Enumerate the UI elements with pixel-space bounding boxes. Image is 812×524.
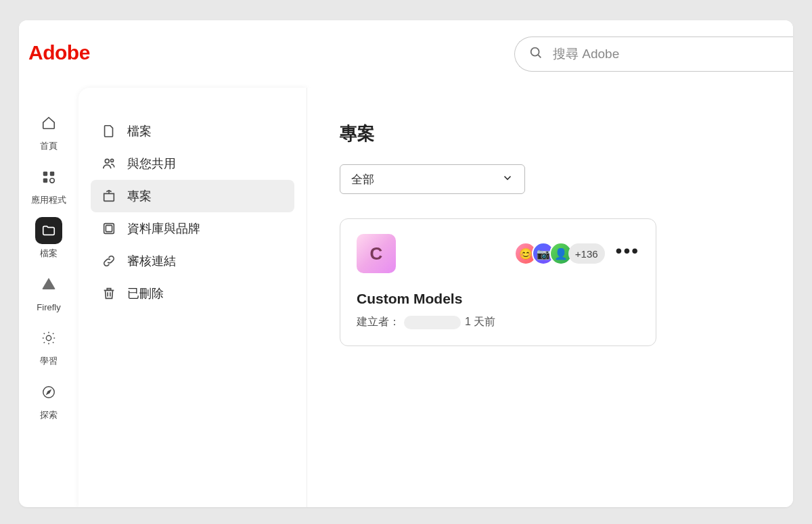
svg-rect-3	[50, 171, 54, 175]
sidebar-item-libraries[interactable]: 資料庫與品牌	[91, 212, 294, 245]
chevron-down-icon	[501, 172, 514, 187]
sidebar-item-review[interactable]: 審核連結	[91, 245, 294, 277]
folder-icon	[35, 217, 62, 244]
rail-firefly-label: Firefly	[37, 302, 60, 313]
sidebar-item-files[interactable]: 檔案	[91, 115, 294, 147]
firefly-icon	[35, 271, 62, 298]
compass-icon	[35, 379, 62, 406]
search-icon	[528, 45, 543, 63]
svg-point-18	[111, 159, 114, 162]
svg-point-5	[50, 178, 55, 183]
svg-line-12	[53, 333, 53, 334]
sidebar-libraries-label: 資料庫與品牌	[127, 220, 200, 237]
rail-apps-label: 應用程式	[31, 195, 66, 206]
rail-learn[interactable]: 學習	[24, 325, 73, 366]
svg-line-13	[44, 342, 45, 343]
search-input[interactable]	[553, 47, 793, 62]
filter-value: 全部	[351, 172, 374, 187]
filter-select[interactable]: 全部	[340, 164, 525, 194]
projects-icon	[102, 189, 116, 204]
rail-explore[interactable]: 探索	[24, 379, 73, 421]
search-box[interactable]	[514, 37, 793, 72]
sidebar-review-label: 審核連結	[127, 253, 176, 269]
page-title: 專案	[340, 122, 761, 145]
library-icon	[102, 221, 116, 236]
adobe-logo[interactable]: Adobe	[28, 41, 90, 64]
rail-files[interactable]: 檔案	[24, 217, 73, 259]
avatar-more-count: +136	[568, 243, 605, 264]
sidebar-deleted-label: 已刪除	[127, 285, 164, 302]
creator-label: 建立者：	[357, 315, 400, 329]
rail-apps[interactable]: 應用程式	[24, 164, 73, 206]
svg-line-14	[53, 342, 53, 343]
home-icon	[35, 110, 62, 137]
svg-line-1	[538, 55, 541, 57]
rail-home[interactable]: 首頁	[24, 110, 73, 151]
creator-name-redacted	[404, 316, 461, 329]
svg-point-6	[46, 336, 51, 341]
project-card[interactable]: C 😊 📷 👤 +136 ••• Custom Models 建立者：	[340, 218, 656, 346]
project-meta: 建立者： 1 天前	[357, 315, 639, 329]
svg-rect-4	[43, 178, 47, 182]
project-thumbnail: C	[357, 234, 396, 273]
svg-line-11	[44, 333, 45, 334]
sidebar-item-projects[interactable]: 專案	[91, 180, 294, 212]
link-icon	[102, 254, 116, 268]
rail-learn-label: 學習	[40, 356, 58, 366]
svg-rect-2	[43, 171, 47, 175]
sidebar-item-shared[interactable]: 與您共用	[91, 147, 294, 180]
lightbulb-icon	[35, 325, 62, 352]
apps-icon	[35, 164, 62, 191]
svg-point-17	[105, 159, 109, 163]
sidebar-item-deleted[interactable]: 已刪除	[91, 277, 294, 310]
rail-home-label: 首頁	[40, 141, 58, 151]
collaborator-avatars[interactable]: 😊 📷 👤 +136	[514, 242, 605, 265]
sidebar-files-label: 檔案	[127, 123, 152, 139]
trash-icon	[102, 286, 116, 301]
more-options-button[interactable]: •••	[616, 241, 639, 266]
rail-files-label: 檔案	[40, 248, 58, 259]
rail-explore-label: 探索	[40, 410, 58, 421]
svg-rect-21	[106, 225, 112, 231]
svg-point-0	[531, 48, 539, 56]
project-title: Custom Models	[357, 291, 639, 307]
project-timestamp: 1 天前	[465, 315, 495, 329]
sidebar-shared-label: 與您共用	[127, 156, 176, 172]
people-icon	[102, 156, 116, 171]
svg-marker-16	[47, 390, 51, 394]
file-icon	[102, 124, 116, 139]
sidebar-projects-label: 專案	[127, 188, 152, 204]
rail-firefly[interactable]: Firefly	[24, 271, 73, 313]
